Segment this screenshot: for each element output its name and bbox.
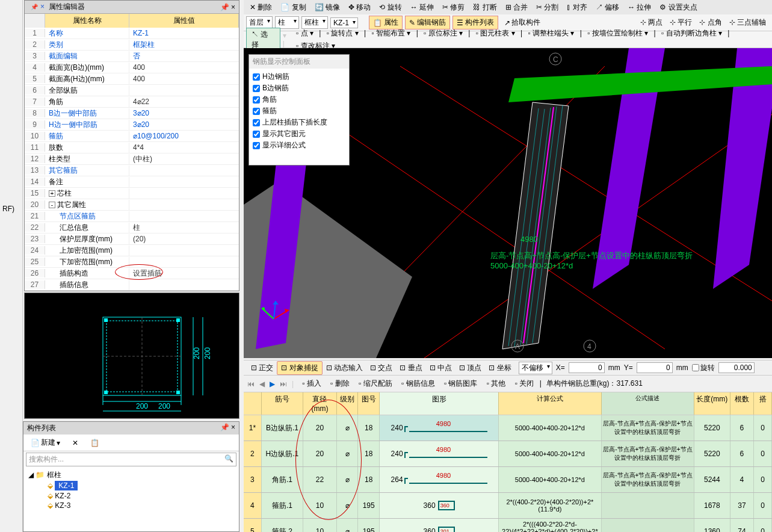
prev-icon[interactable]: ◀ [259, 380, 265, 388]
toolbar-对齐[interactable]: ⫿ 对齐 [563, 1, 590, 14]
prop-row-5[interactable]: 5截面高(H边)(mm)400 [25, 73, 239, 85]
tb3-点[interactable]: ▫ 点 ▾ [292, 27, 317, 40]
prop-row-14[interactable]: 14备注 [25, 176, 239, 188]
rebar-opt[interactable]: H边钢筋 [253, 71, 345, 82]
tb3-原位标注[interactable]: ▫ 原位标注 ▾ [420, 27, 466, 40]
rebar-opt[interactable]: 上层柱插筋下插长度 [253, 117, 345, 128]
copy-component-button[interactable]: 📋 [87, 438, 103, 448]
prop-row-4[interactable]: 4截面宽(B边)(mm)400 [25, 62, 239, 73]
snap-对象捕捉[interactable]: ⊡ 对象捕捉 [277, 361, 322, 375]
rec-关闭[interactable]: ▫ 关闭 [511, 377, 538, 390]
toolbar-镜像[interactable]: 🔄 镜像 [311, 1, 344, 14]
tree-item-kz2[interactable]: ⬙ KZ-2 [38, 491, 234, 501]
toolbar-拉伸[interactable]: ↔ 拉伸 [624, 1, 655, 14]
toolbar-旋转[interactable]: ⟲ 旋转 [375, 1, 405, 14]
close-icon-2[interactable]: × [231, 423, 235, 431]
play-icon[interactable]: ▶ [270, 380, 275, 388]
col-level[interactable]: 级别 [337, 392, 359, 415]
tb3-智能布置[interactable]: ▫ 智能布置 ▾ [368, 27, 414, 40]
rec-钢筋信息[interactable]: ▫ 钢筋信息 [398, 377, 439, 390]
section-view[interactable]: 200 200 200 200 [24, 292, 239, 419]
first-icon[interactable]: ⏮ [247, 380, 255, 388]
col-da[interactable]: 搭 [754, 392, 772, 415]
offset-combo[interactable]: 不偏移 [519, 362, 552, 374]
tb3-图元柱表[interactable]: ▫ 图元柱表 ▾ [472, 27, 519, 40]
snap-坐标[interactable]: ⊡ 坐标 [485, 362, 514, 374]
col-diameter[interactable]: 直径(mm) [303, 392, 337, 415]
toolbar-分割[interactable]: ✂ 分割 [533, 1, 562, 14]
snap-正交[interactable]: ⊡ 正交 [247, 362, 277, 374]
tree-item-kz1[interactable]: KZ-1 [55, 481, 78, 490]
rebar-opt[interactable]: 显示其它图元 [253, 128, 345, 140]
pin-icon-3[interactable]: 📌 [220, 423, 229, 431]
toolbar-删除[interactable]: ✕ 删除 [246, 1, 276, 14]
prop-row-23[interactable]: 23保护层厚度(mm)(20) [25, 234, 239, 245]
rotate-check[interactable]: 旋转 [692, 363, 715, 373]
tb3-自动判断边角柱[interactable]: ▫ 自动判断边角柱 ▾ [658, 27, 726, 40]
prop-row-11[interactable]: 11肢数4*4 [25, 142, 239, 153]
x-input[interactable] [569, 362, 605, 373]
tb3-按墙位置绘制柱[interactable]: ▫ 按墙位置绘制柱 ▾ [584, 27, 652, 40]
component-list-title-bar[interactable]: 构件列表 📌 × [23, 422, 239, 435]
rebar-opt[interactable]: 角筋 [253, 94, 345, 105]
toolbar-复制[interactable]: 📄 复制 [277, 1, 309, 14]
tree-item-kz3[interactable]: ⬙ KZ-3 [38, 501, 234, 510]
snap-中点[interactable]: ⊡ 中点 [426, 362, 455, 374]
prop-row-12[interactable]: 12柱类型(中柱) [25, 153, 239, 165]
prop-row-27[interactable]: 27插筋信息 [25, 279, 239, 291]
search-icon[interactable]: 🔍 [224, 454, 233, 463]
prop-row-2[interactable]: 2类别框架柱 [25, 39, 239, 51]
rebar-opt[interactable]: B边钢筋 [253, 82, 345, 94]
toolbar-设置夹点[interactable]: ⚙ 设置夹点 [656, 1, 700, 14]
rec-插入[interactable]: ▫ 插入 [298, 377, 325, 390]
prop-row-1[interactable]: 1名称KZ-1 [25, 28, 239, 39]
prop-row-21[interactable]: 21节点区箍筋 [25, 211, 239, 222]
prop-row-20[interactable]: 20-其它属性 [25, 199, 239, 211]
prop-row-10[interactable]: 10箍筋⌀10@100/200 [25, 131, 239, 142]
viewport-3d[interactable]: C A 4 4980 层高-节点高+节点高-保护层+节点设置中的柱纵筋顶层弯折 … [244, 48, 772, 358]
tree-root[interactable]: ◢ 📁 框柱 [28, 470, 234, 480]
toolbar-打断[interactable]: ⛓ 打断 [469, 1, 500, 14]
col-length[interactable]: 长度(mm) [694, 392, 730, 415]
snap-动态输入[interactable]: ⊡ 动态输入 [323, 362, 366, 374]
prop-row-25[interactable]: 25下加密范围(mm) [25, 256, 239, 268]
col-name[interactable]: 筋号 [262, 392, 303, 415]
rebar-row-4[interactable]: 4箍筋.110 ⌀195 360360 2*((400-2*20)+(400-2… [244, 493, 772, 519]
rebar-opt[interactable]: 显示详细公式 [253, 140, 345, 151]
prop-row-3[interactable]: 3截面编辑否 [25, 51, 239, 62]
rebar-row-5[interactable]: 5箍筋.210 ⌀195 360201 2*(((400-2*20-2*d-22… [244, 519, 772, 532]
pin-icon[interactable]: 📌 [31, 4, 38, 10]
property-panel-title-bar[interactable]: 📌× 属性编辑器 📌 × [25, 1, 239, 14]
rec-缩尺配筋[interactable]: ▫ 缩尺配筋 [355, 377, 396, 390]
toolbar-移动[interactable]: ✥ 移动 [345, 1, 374, 14]
prop-row-22[interactable]: 22汇总信息柱 [25, 222, 239, 234]
col-desc[interactable]: 公式描述 [602, 392, 695, 415]
search-input[interactable]: 搜索构件... 🔍 [26, 453, 236, 466]
toolbar-延伸[interactable]: ↔ 延伸 [407, 1, 437, 14]
prop-row-7[interactable]: 7角筋4⌀22 [25, 96, 239, 108]
close-icon[interactable]: × [231, 3, 235, 11]
col-count[interactable]: 根数 [730, 392, 755, 415]
prop-row-15[interactable]: 15+芯柱 [25, 188, 239, 199]
prop-row-8[interactable]: 8B边一侧中部筋3⌀20 [25, 108, 239, 119]
rebar-row-3[interactable]: 3角筋.122 ⌀18 2644980 5000-400+400-20+12*d… [244, 467, 772, 493]
col-formula[interactable]: 计算公式 [499, 392, 601, 415]
new-component-button[interactable]: 📄 新建 ▾ [27, 436, 64, 449]
col-tuhao[interactable]: 图号 [358, 392, 380, 415]
toolbar-偏移[interactable]: ↗ 偏移 [592, 1, 623, 14]
prop-row-26[interactable]: 26插筋构造设置插筋 [25, 268, 239, 279]
tb3-旋转点[interactable]: ▫ 旋转点 ▾ [323, 27, 362, 40]
pin-icon-2[interactable]: 📌 [220, 3, 229, 11]
snap-顶点[interactable]: ⊡ 顶点 [455, 362, 485, 374]
prop-row-6[interactable]: 6全部纵筋 [25, 85, 239, 96]
rotate-input[interactable] [718, 362, 755, 373]
delete-component-button[interactable]: ✕ [69, 438, 82, 448]
rec-删除[interactable]: ▫ 删除 [327, 377, 353, 390]
toolbar-合并[interactable]: ⊞ 合并 [502, 1, 531, 14]
col-shape[interactable]: 图形 [380, 392, 499, 415]
prop-row-24[interactable]: 24上加密范围(mm) [25, 245, 239, 256]
rebar-opt[interactable]: 箍筋 [253, 105, 345, 117]
snap-垂点[interactable]: ⊡ 垂点 [396, 362, 425, 374]
last-icon[interactable]: ⏭ [280, 380, 287, 388]
prop-row-13[interactable]: 13其它箍筋 [25, 165, 239, 176]
